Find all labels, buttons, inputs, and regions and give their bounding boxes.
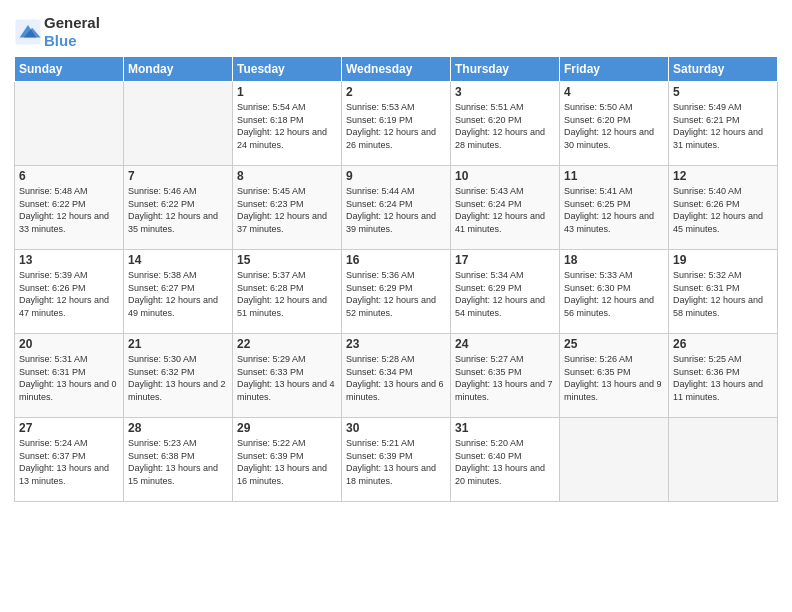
day-number: 27: [19, 421, 119, 435]
page: General Blue SundayMondayTuesdayWednesda…: [0, 0, 792, 612]
day-info: Sunrise: 5:37 AM Sunset: 6:28 PM Dayligh…: [237, 269, 337, 319]
calendar-day-cell: [124, 82, 233, 166]
day-info: Sunrise: 5:38 AM Sunset: 6:27 PM Dayligh…: [128, 269, 228, 319]
calendar-day-cell: 6Sunrise: 5:48 AM Sunset: 6:22 PM Daylig…: [15, 166, 124, 250]
calendar-day-cell: 23Sunrise: 5:28 AM Sunset: 6:34 PM Dayli…: [342, 334, 451, 418]
day-info: Sunrise: 5:22 AM Sunset: 6:39 PM Dayligh…: [237, 437, 337, 487]
calendar-day-cell: 7Sunrise: 5:46 AM Sunset: 6:22 PM Daylig…: [124, 166, 233, 250]
calendar-day-header: Friday: [560, 57, 669, 82]
day-number: 8: [237, 169, 337, 183]
day-number: 12: [673, 169, 773, 183]
calendar-day-header: Tuesday: [233, 57, 342, 82]
day-info: Sunrise: 5:20 AM Sunset: 6:40 PM Dayligh…: [455, 437, 555, 487]
day-info: Sunrise: 5:54 AM Sunset: 6:18 PM Dayligh…: [237, 101, 337, 151]
calendar-day-header: Monday: [124, 57, 233, 82]
logo: General Blue: [14, 14, 100, 50]
calendar-day-cell: 4Sunrise: 5:50 AM Sunset: 6:20 PM Daylig…: [560, 82, 669, 166]
calendar-day-header: Saturday: [669, 57, 778, 82]
calendar-day-cell: 2Sunrise: 5:53 AM Sunset: 6:19 PM Daylig…: [342, 82, 451, 166]
day-number: 11: [564, 169, 664, 183]
calendar-table: SundayMondayTuesdayWednesdayThursdayFrid…: [14, 56, 778, 502]
calendar-day-cell: 16Sunrise: 5:36 AM Sunset: 6:29 PM Dayli…: [342, 250, 451, 334]
day-info: Sunrise: 5:34 AM Sunset: 6:29 PM Dayligh…: [455, 269, 555, 319]
day-info: Sunrise: 5:30 AM Sunset: 6:32 PM Dayligh…: [128, 353, 228, 403]
logo-icon: [14, 18, 42, 46]
day-info: Sunrise: 5:53 AM Sunset: 6:19 PM Dayligh…: [346, 101, 446, 151]
calendar-day-cell: 17Sunrise: 5:34 AM Sunset: 6:29 PM Dayli…: [451, 250, 560, 334]
day-number: 14: [128, 253, 228, 267]
calendar-day-cell: 27Sunrise: 5:24 AM Sunset: 6:37 PM Dayli…: [15, 418, 124, 502]
calendar-day-cell: 31Sunrise: 5:20 AM Sunset: 6:40 PM Dayli…: [451, 418, 560, 502]
calendar-week-row: 27Sunrise: 5:24 AM Sunset: 6:37 PM Dayli…: [15, 418, 778, 502]
day-info: Sunrise: 5:33 AM Sunset: 6:30 PM Dayligh…: [564, 269, 664, 319]
calendar-day-cell: [15, 82, 124, 166]
day-info: Sunrise: 5:48 AM Sunset: 6:22 PM Dayligh…: [19, 185, 119, 235]
day-number: 6: [19, 169, 119, 183]
calendar-day-cell: 28Sunrise: 5:23 AM Sunset: 6:38 PM Dayli…: [124, 418, 233, 502]
day-number: 23: [346, 337, 446, 351]
day-info: Sunrise: 5:27 AM Sunset: 6:35 PM Dayligh…: [455, 353, 555, 403]
calendar-day-cell: 8Sunrise: 5:45 AM Sunset: 6:23 PM Daylig…: [233, 166, 342, 250]
calendar-week-row: 20Sunrise: 5:31 AM Sunset: 6:31 PM Dayli…: [15, 334, 778, 418]
calendar-day-cell: [560, 418, 669, 502]
calendar-day-cell: 22Sunrise: 5:29 AM Sunset: 6:33 PM Dayli…: [233, 334, 342, 418]
calendar-day-cell: 26Sunrise: 5:25 AM Sunset: 6:36 PM Dayli…: [669, 334, 778, 418]
header: General Blue: [14, 10, 778, 50]
day-number: 5: [673, 85, 773, 99]
calendar-day-cell: 24Sunrise: 5:27 AM Sunset: 6:35 PM Dayli…: [451, 334, 560, 418]
calendar-day-cell: 15Sunrise: 5:37 AM Sunset: 6:28 PM Dayli…: [233, 250, 342, 334]
calendar-header-row: SundayMondayTuesdayWednesdayThursdayFrid…: [15, 57, 778, 82]
calendar-day-cell: 25Sunrise: 5:26 AM Sunset: 6:35 PM Dayli…: [560, 334, 669, 418]
day-number: 24: [455, 337, 555, 351]
day-info: Sunrise: 5:43 AM Sunset: 6:24 PM Dayligh…: [455, 185, 555, 235]
day-info: Sunrise: 5:28 AM Sunset: 6:34 PM Dayligh…: [346, 353, 446, 403]
day-number: 29: [237, 421, 337, 435]
calendar-day-cell: 19Sunrise: 5:32 AM Sunset: 6:31 PM Dayli…: [669, 250, 778, 334]
calendar-day-cell: 29Sunrise: 5:22 AM Sunset: 6:39 PM Dayli…: [233, 418, 342, 502]
day-number: 4: [564, 85, 664, 99]
day-info: Sunrise: 5:32 AM Sunset: 6:31 PM Dayligh…: [673, 269, 773, 319]
day-info: Sunrise: 5:44 AM Sunset: 6:24 PM Dayligh…: [346, 185, 446, 235]
day-info: Sunrise: 5:46 AM Sunset: 6:22 PM Dayligh…: [128, 185, 228, 235]
day-number: 9: [346, 169, 446, 183]
day-info: Sunrise: 5:41 AM Sunset: 6:25 PM Dayligh…: [564, 185, 664, 235]
day-number: 7: [128, 169, 228, 183]
calendar-day-cell: 20Sunrise: 5:31 AM Sunset: 6:31 PM Dayli…: [15, 334, 124, 418]
day-number: 19: [673, 253, 773, 267]
calendar-week-row: 1Sunrise: 5:54 AM Sunset: 6:18 PM Daylig…: [15, 82, 778, 166]
day-info: Sunrise: 5:39 AM Sunset: 6:26 PM Dayligh…: [19, 269, 119, 319]
day-number: 31: [455, 421, 555, 435]
day-info: Sunrise: 5:51 AM Sunset: 6:20 PM Dayligh…: [455, 101, 555, 151]
day-number: 30: [346, 421, 446, 435]
day-info: Sunrise: 5:26 AM Sunset: 6:35 PM Dayligh…: [564, 353, 664, 403]
day-number: 1: [237, 85, 337, 99]
day-info: Sunrise: 5:50 AM Sunset: 6:20 PM Dayligh…: [564, 101, 664, 151]
day-number: 17: [455, 253, 555, 267]
calendar-day-cell: 10Sunrise: 5:43 AM Sunset: 6:24 PM Dayli…: [451, 166, 560, 250]
calendar-day-cell: 3Sunrise: 5:51 AM Sunset: 6:20 PM Daylig…: [451, 82, 560, 166]
calendar-day-header: Wednesday: [342, 57, 451, 82]
day-number: 18: [564, 253, 664, 267]
calendar-day-cell: 18Sunrise: 5:33 AM Sunset: 6:30 PM Dayli…: [560, 250, 669, 334]
calendar-day-cell: 11Sunrise: 5:41 AM Sunset: 6:25 PM Dayli…: [560, 166, 669, 250]
day-number: 10: [455, 169, 555, 183]
day-number: 20: [19, 337, 119, 351]
day-info: Sunrise: 5:31 AM Sunset: 6:31 PM Dayligh…: [19, 353, 119, 403]
day-number: 3: [455, 85, 555, 99]
day-number: 28: [128, 421, 228, 435]
day-number: 2: [346, 85, 446, 99]
day-info: Sunrise: 5:24 AM Sunset: 6:37 PM Dayligh…: [19, 437, 119, 487]
calendar-day-cell: 12Sunrise: 5:40 AM Sunset: 6:26 PM Dayli…: [669, 166, 778, 250]
day-number: 26: [673, 337, 773, 351]
calendar-day-header: Sunday: [15, 57, 124, 82]
day-info: Sunrise: 5:21 AM Sunset: 6:39 PM Dayligh…: [346, 437, 446, 487]
day-info: Sunrise: 5:36 AM Sunset: 6:29 PM Dayligh…: [346, 269, 446, 319]
calendar-day-cell: 30Sunrise: 5:21 AM Sunset: 6:39 PM Dayli…: [342, 418, 451, 502]
day-info: Sunrise: 5:25 AM Sunset: 6:36 PM Dayligh…: [673, 353, 773, 403]
day-number: 22: [237, 337, 337, 351]
calendar-week-row: 13Sunrise: 5:39 AM Sunset: 6:26 PM Dayli…: [15, 250, 778, 334]
day-info: Sunrise: 5:45 AM Sunset: 6:23 PM Dayligh…: [237, 185, 337, 235]
day-number: 25: [564, 337, 664, 351]
calendar-day-cell: 21Sunrise: 5:30 AM Sunset: 6:32 PM Dayli…: [124, 334, 233, 418]
day-info: Sunrise: 5:23 AM Sunset: 6:38 PM Dayligh…: [128, 437, 228, 487]
